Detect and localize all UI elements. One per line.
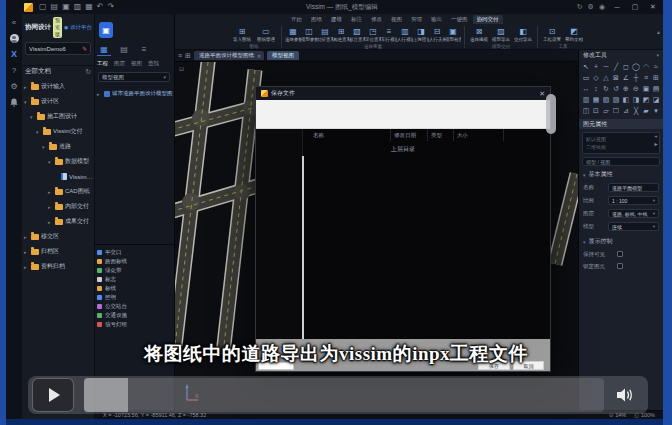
tool-icon[interactable]: ◠ xyxy=(641,61,651,72)
dialog-nav-column[interactable] xyxy=(256,129,303,339)
expand-arrow-icon[interactable]: ▾ xyxy=(48,159,53,165)
all-documents-row[interactable]: 全部文档 ↻ xyxy=(22,65,94,77)
tool-icon[interactable]: ↖ xyxy=(581,61,591,72)
tool-icon[interactable]: ▦ xyxy=(591,94,601,105)
expand-arrow-icon[interactable]: ▸ xyxy=(24,264,29,270)
document-tab[interactable]: 道路平面设计模型图纸 ✕ xyxy=(194,51,264,60)
ribbon-button[interactable]: ≡ 车行横道 xyxy=(381,24,397,44)
ribbon-button[interactable]: ▥ 人行横道 xyxy=(397,24,413,44)
expand-arrow-icon[interactable]: ▸ xyxy=(48,204,53,210)
notifications-bell-icon[interactable] xyxy=(10,98,18,107)
qat-icon[interactable]: ↶ xyxy=(97,2,104,12)
ribbon-button[interactable]: ⊞ 构造查看 xyxy=(333,24,349,44)
ribbon-button[interactable]: ◩ 帮助文档 xyxy=(563,24,585,44)
app-x-logo-icon[interactable]: X xyxy=(11,50,17,59)
help-icon[interactable]: ? xyxy=(12,66,16,75)
tool-icon[interactable]: ┼ xyxy=(631,72,641,83)
tool-icon[interactable]: ∠ xyxy=(621,72,631,83)
property-list-line[interactable]: 默认视图 xyxy=(586,135,656,143)
layer-item[interactable]: 信号灯组 xyxy=(97,320,173,329)
expand-arrow-icon[interactable]: ▸ xyxy=(48,189,53,195)
ribbon-tab[interactable]: 管理 xyxy=(407,15,426,24)
model-root-item[interactable]: ▸ 城市道路平面设计模型图 xyxy=(97,90,173,97)
qat-icon[interactable]: ▦ xyxy=(85,2,93,12)
tree-item[interactable]: ▸ 移交区 xyxy=(22,229,94,244)
ribbon-button[interactable]: ⊟ 人行天桥 xyxy=(429,24,445,44)
tool-icon[interactable]: ⊡ xyxy=(591,105,601,116)
ribbon-button[interactable]: ◫ 模型参数 xyxy=(301,24,317,44)
dialog-title-bar[interactable]: 保存文件 ✕ xyxy=(256,87,550,100)
layer-item[interactable]: 交通设施 xyxy=(97,311,173,320)
column-size[interactable]: 大小 xyxy=(454,129,504,141)
ribbon-tab[interactable]: 标注 xyxy=(347,15,366,24)
ribbon-button[interactable]: ▦ 道路参数 xyxy=(285,24,301,44)
dialog-column-splitter[interactable] xyxy=(302,156,304,346)
canvas-grid-icon[interactable]: ⊞ xyxy=(185,52,191,60)
view-combo-box[interactable]: 模型视图 ▾ xyxy=(98,72,170,82)
tool-icon[interactable]: ▥ xyxy=(581,94,591,105)
ribbon-tab[interactable]: 一键图 xyxy=(447,15,472,24)
ribbon-tab[interactable]: 图纸 xyxy=(307,15,326,24)
qat-icon[interactable]: ▢ xyxy=(39,2,47,12)
expand-arrow-icon[interactable]: ▾ xyxy=(30,114,35,120)
project-name-field[interactable]: VissimDemo6 ✎ xyxy=(25,42,91,55)
tool-icon[interactable]: ↔ xyxy=(581,83,591,94)
layer-select[interactable]: 道路, 标线, 中线▾ xyxy=(608,209,659,218)
tool-icon[interactable]: ☐ xyxy=(611,105,621,116)
tool-icon[interactable]: ◇ xyxy=(591,72,601,83)
tool-icon[interactable]: ⊿ xyxy=(621,105,631,116)
ribbon-tab[interactable]: 修改 xyxy=(367,15,386,24)
ribbon-button[interactable]: ▣ 模型检查 xyxy=(445,24,461,44)
tool-icon[interactable]: ◻ xyxy=(621,61,631,72)
ribbon-tab[interactable]: 开始 xyxy=(287,15,306,24)
panel-text-tab[interactable]: 查找 xyxy=(148,60,159,67)
panel-text-tab[interactable]: 工程 xyxy=(97,60,108,67)
layer-item[interactable]: 公交站台 xyxy=(97,302,173,311)
expand-arrow-icon[interactable]: ▾ xyxy=(24,99,29,105)
collapse-sidebar-icon[interactable]: « xyxy=(12,18,16,27)
ribbon-button[interactable]: ▨ 模型导出 xyxy=(490,24,512,44)
ribbon-button[interactable]: ⊞ 导入图纸 xyxy=(230,24,254,44)
tree-item[interactable]: ▾ Vissim交付 xyxy=(22,124,94,139)
tree-item[interactable]: ▸ 内部交付 xyxy=(22,199,94,214)
settings-gear-icon[interactable]: ⚙ xyxy=(10,82,17,91)
layer-item[interactable]: 标线 xyxy=(97,284,173,293)
edit-pen-icon[interactable]: ✎ xyxy=(82,45,87,52)
layer-item[interactable]: 绿化带 xyxy=(97,266,173,275)
tool-icon[interactable]: ▧ xyxy=(601,94,611,105)
column-date-modified[interactable]: 修改日期 xyxy=(391,129,428,141)
panel-icon-tab[interactable]: ▤ xyxy=(117,44,131,56)
titlebar-icon[interactable]: ◉ xyxy=(599,3,605,11)
minimize-button[interactable]: ─ xyxy=(611,4,623,11)
basic-properties-header[interactable]: ▾ 基本属性 xyxy=(579,166,663,181)
tool-icon[interactable]: ↺ xyxy=(611,83,621,94)
tool-icon[interactable]: + xyxy=(591,61,601,72)
tool-icon[interactable]: ▾ xyxy=(651,105,661,116)
tree-item[interactable]: ▸ 设计输入 xyxy=(22,79,94,94)
tool-icon[interactable]: ◯ xyxy=(631,61,641,72)
tool-icon[interactable]: ▭ xyxy=(581,72,591,83)
dialog-address-bar[interactable] xyxy=(256,100,550,129)
user-avatar[interactable] xyxy=(10,34,19,43)
tool-icon[interactable]: ⊞ xyxy=(651,72,661,83)
qat-icon[interactable]: ↷ xyxy=(108,2,115,12)
tool-icon[interactable]: ◧ xyxy=(621,94,631,105)
expand-arrow-icon[interactable]: ▸ xyxy=(24,84,29,90)
expand-arrow-icon[interactable]: ▸ xyxy=(24,234,29,240)
ribbon-button[interactable]: ⊡ 工程设置 xyxy=(541,24,563,44)
ribbon-button[interactable]: ▤ 特征查看 xyxy=(317,24,333,44)
linetype-select[interactable]: 连续▾ xyxy=(608,222,659,231)
qat-icon[interactable]: ▣ xyxy=(62,2,70,12)
tool-icon[interactable]: ◪ xyxy=(651,94,661,105)
expand-arrow-icon[interactable]: ▾ xyxy=(36,129,41,135)
panel-icon-tab[interactable]: ≡ xyxy=(137,44,151,56)
expand-arrow-icon[interactable]: ▸ xyxy=(48,219,53,225)
tool-icon[interactable]: ◨ xyxy=(631,94,641,105)
list-box-button[interactable]: ▸ xyxy=(652,140,660,147)
view-tab[interactable]: 模型视图 xyxy=(267,51,299,60)
column-type[interactable]: 类型 xyxy=(428,129,454,141)
tool-icon[interactable]: ▣ xyxy=(641,83,651,94)
canvas-scrollbar-thumb[interactable] xyxy=(546,94,556,134)
tree-item[interactable]: ▸ 资料归档 xyxy=(22,259,94,274)
expand-arrow-icon[interactable]: ▾ xyxy=(42,144,47,150)
